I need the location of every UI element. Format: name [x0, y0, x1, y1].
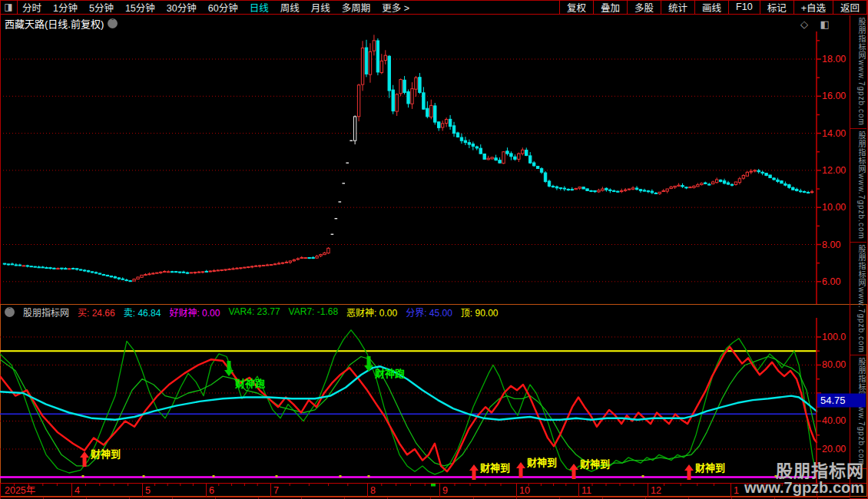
toolbar-button-+自选[interactable]: +自选 — [793, 0, 833, 15]
menu-item-30分钟[interactable]: 30分钟 — [167, 0, 197, 15]
menu-item-日线[interactable]: 日线 — [250, 0, 269, 15]
menu-item-分时[interactable]: 分时 — [22, 0, 41, 15]
indicator-chart: 财神到财神到财神到财神到财神到财神跑财神跑100.080.0040.0020.0… — [0, 318, 868, 485]
indicator-chevron-icon[interactable]: ˇ — [5, 307, 15, 317]
menu-item-60分钟[interactable]: 60分钟 — [208, 0, 238, 15]
menu-item-多周期[interactable]: 多周期 — [342, 0, 371, 15]
svg-text:80.00: 80.00 — [822, 359, 846, 370]
period-menu: 分时1分钟5分钟15分钟30分钟60分钟日线周线月线多周期更多 > — [18, 0, 409, 15]
svg-text:财神跑: 财神跑 — [375, 368, 405, 379]
svg-text:40.00: 40.00 — [822, 415, 846, 426]
svg-text:财神跑: 财神跑 — [235, 378, 265, 389]
date-axis: 2025年4567891011121 — [0, 484, 868, 497]
page-title: 西藏天路(日线.前复权) — [5, 16, 104, 31]
menu-item-更多 >[interactable]: 更多 > — [382, 0, 409, 15]
svg-text:财神到: 财神到 — [527, 457, 557, 468]
svg-text:财神到: 财神到 — [580, 458, 610, 470]
svg-text:8.00: 8.00 — [822, 240, 840, 250]
indicator-header: ˇ 股朋指标网 买: 24.66卖: 46.84好财神: 0.00VAR4: 2… — [0, 306, 499, 318]
svg-text:100.0: 100.0 — [822, 332, 846, 342]
svg-text:5: 5 — [145, 485, 151, 496]
watermark-line2: www.7gpzb.com — [744, 480, 864, 496]
svg-text:财神到: 财神到 — [91, 448, 121, 460]
indicator-name: 股朋指标网 — [23, 306, 69, 319]
chart-corner-icons[interactable]: ◇ ◧ — [800, 18, 834, 30]
menu-item-5分钟[interactable]: 5分钟 — [89, 0, 114, 15]
toolbar-button-多股[interactable]: 多股 — [627, 0, 661, 15]
toolbar-button-返回[interactable]: 返回 — [833, 0, 867, 15]
menu-item-15分钟[interactable]: 15分钟 — [125, 0, 155, 15]
watermark-line1: 股朋指标网 — [744, 462, 864, 480]
indicator-field-卖: 卖: 46.84 — [124, 306, 161, 319]
svg-text:4: 4 — [75, 485, 80, 496]
indicator-field-恶财神: 恶财神: 0.00 — [346, 306, 397, 319]
toolbar-button-复权[interactable]: 复权 — [559, 0, 594, 15]
toolbar-button-统计[interactable]: 统计 — [661, 0, 695, 15]
chevron-down-icon[interactable]: ˇ — [108, 18, 118, 28]
svg-text:18.00: 18.00 — [822, 54, 846, 64]
svg-text:20.00: 20.00 — [822, 444, 846, 454]
svg-text:9: 9 — [442, 485, 448, 496]
svg-text:10.00: 10.00 — [822, 202, 846, 213]
menu-item-1分钟[interactable]: 1分钟 — [53, 0, 78, 15]
svg-text:10: 10 — [519, 485, 530, 496]
main-candlestick-chart: 18.0016.0014.0012.0010.008.006.00 — [0, 31, 868, 304]
site-watermark: 股朋指标网 www.7gpzb.com — [744, 462, 864, 496]
svg-text:12.00: 12.00 — [822, 165, 846, 176]
svg-text:6: 6 — [209, 485, 214, 496]
svg-text:1: 1 — [734, 485, 739, 496]
top-toolbar: ◨ 分时1分钟5分钟15分钟30分钟60分钟日线周线月线多周期更多 > 复权叠加… — [0, 0, 868, 15]
indicator-field-顶: 顶: 90.00 — [461, 306, 499, 319]
menu-item-月线[interactable]: 月线 — [311, 0, 330, 15]
svg-text:8: 8 — [370, 485, 376, 496]
title-bar: 西藏天路(日线.前复权) ˇ — [0, 15, 848, 31]
toolbar-button-标记[interactable]: 标记 — [760, 0, 794, 15]
menu-item-周线[interactable]: 周线 — [280, 0, 300, 15]
toolbar-button-F10[interactable]: F10 — [728, 0, 760, 15]
svg-text:16.00: 16.00 — [822, 91, 846, 101]
svg-text:财神到: 财神到 — [480, 462, 510, 474]
toolbar-button-画线[interactable]: 画线 — [694, 0, 729, 15]
svg-text:财神到: 财神到 — [695, 462, 725, 474]
svg-text:14.00: 14.00 — [822, 128, 846, 139]
svg-text:6.00: 6.00 — [822, 276, 840, 287]
svg-text:12: 12 — [651, 485, 661, 496]
svg-text:2025年: 2025年 — [5, 485, 35, 496]
toolbar-buttons: 复权叠加多股统计画线F10标记+自选返回 — [560, 0, 867, 15]
svg-text:7: 7 — [273, 485, 279, 496]
svg-text:54.75: 54.75 — [820, 395, 846, 406]
indicator-field-买: 买: 24.66 — [78, 306, 115, 319]
toolbar-button-叠加[interactable]: 叠加 — [593, 0, 628, 15]
indicator-field-VAR7: VAR7: -1.68 — [289, 306, 338, 317]
window-split-icon[interactable]: ◨ — [0, 0, 18, 15]
svg-text:11: 11 — [581, 485, 591, 496]
indicator-field-分界: 分界: 45.00 — [406, 306, 452, 319]
indicator-field-好财神: 好财神: 0.00 — [169, 306, 220, 319]
indicator-field-VAR4: VAR4: 23.77 — [228, 306, 280, 317]
